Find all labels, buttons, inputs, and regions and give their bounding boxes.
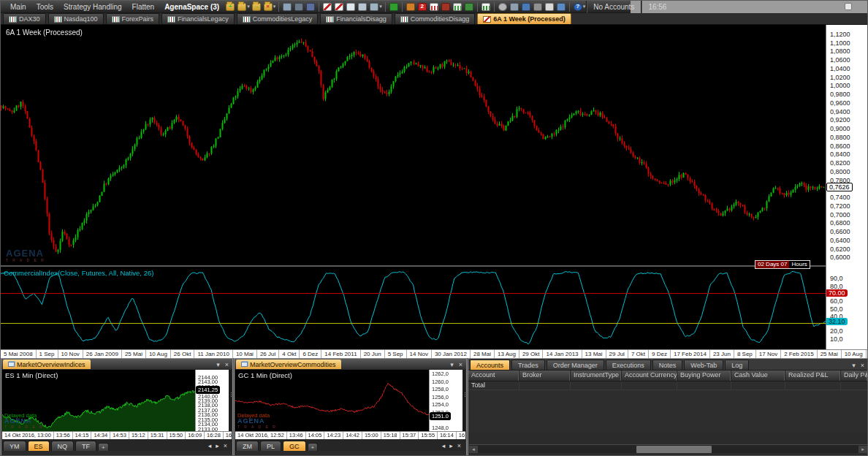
collapse-icon[interactable]: ▾: [216, 361, 220, 368]
depth-icon[interactable]: [441, 3, 450, 11]
column-header-buying-power[interactable]: Buying Power: [677, 370, 731, 381]
columns-icon[interactable]: [430, 3, 438, 11]
panel-icon[interactable]: [283, 3, 292, 11]
tab-executions[interactable]: Executions: [606, 360, 651, 370]
instrument-tab-pl[interactable]: PL: [260, 441, 281, 451]
help-icon[interactable]: ?: [574, 3, 582, 11]
menu-agenaspace[interactable]: AgenaSpace (3): [159, 3, 224, 11]
column-header-daily-p-l[interactable]: Daily P&L: [841, 370, 868, 381]
horizontal-scrollbar[interactable]: ◂ ▸: [469, 444, 867, 453]
column-header-instrumenttype[interactable]: InstrumentType: [571, 370, 622, 381]
collapse-icon[interactable]: ▾: [852, 362, 856, 369]
chart-grid-icon[interactable]: [370, 3, 378, 11]
workspace-tab-financialslegacy[interactable]: FinancialsLegacy: [161, 13, 235, 24]
bars-icon[interactable]: [453, 3, 462, 11]
workspace-new-icon[interactable]: +: [226, 3, 235, 11]
instrument-tab-zm[interactable]: ZM: [236, 441, 259, 451]
splitter-handle[interactable]: ⋮: [229, 370, 232, 431]
chart-copy-icon[interactable]: [358, 3, 367, 11]
menu-tools[interactable]: Tools: [31, 3, 58, 11]
workspace-save-icon[interactable]: →: [252, 3, 261, 11]
date-axis[interactable]: 5 Mai 20081 Sep10 Nov26 Jan 200925 Mai10…: [1, 349, 868, 358]
settings-icon[interactable]: [498, 3, 507, 11]
add-tab-button[interactable]: +: [308, 443, 319, 451]
analyzer-icon[interactable]: [306, 3, 315, 11]
gc-chart[interactable]: GC 1 Min (Direct) Delayed data AGENA T R…: [235, 370, 433, 431]
column-header-broker[interactable]: Broker: [519, 370, 571, 381]
column-header-realized-p-l[interactable]: Realized P&L: [785, 370, 841, 381]
scrollbar-thumb[interactable]: [636, 446, 712, 453]
chart-page-icon[interactable]: [346, 3, 355, 11]
collapse-icon[interactable]: ▾: [450, 361, 454, 368]
menu-main[interactable]: Main: [5, 3, 31, 11]
workspace-tab-nasdaq100[interactable]: Nasdaq100: [48, 13, 104, 24]
dropdown-caret-icon[interactable]: ▾: [379, 4, 382, 10]
workspace-delete-icon[interactable]: ×: [264, 3, 273, 11]
alerts-icon[interactable]: 2: [418, 3, 427, 11]
new-chart-icon[interactable]: [323, 3, 332, 11]
dropdown-caret-icon[interactable]: ▾: [273, 4, 276, 10]
workspace-tab-commoditiesdisagg[interactable]: CommoditiesDisagg: [395, 13, 476, 24]
chart-red-icon[interactable]: [335, 3, 343, 11]
dropdown-caret-icon[interactable]: ▾: [247, 4, 250, 10]
user-icon[interactable]: [522, 3, 530, 11]
nav-next-icon[interactable]: ▸: [449, 442, 453, 449]
commercial-index-chart[interactable]: [1, 267, 826, 349]
tab-notes[interactable]: Notes: [652, 360, 683, 370]
orders-icon[interactable]: [406, 3, 415, 11]
candlestick-chart[interactable]: [1, 25, 826, 265]
tab-log[interactable]: Log: [725, 360, 749, 370]
tab-order-manager[interactable]: Order Manager: [547, 360, 604, 370]
table-row[interactable]: Total: [468, 381, 868, 390]
workspace-open-icon[interactable]: [237, 3, 246, 11]
column-header-account[interactable]: Account: [468, 370, 519, 381]
dropdown-caret-icon[interactable]: ▾: [583, 4, 586, 10]
workspace-tab-6a-1-week-processed[interactable]: 6A 1 Week (Processed): [477, 13, 571, 24]
window-button[interactable]: [845, 3, 852, 10]
link-icon[interactable]: [389, 3, 398, 11]
tab-web-tab[interactable]: Web-Tab: [684, 360, 723, 370]
workspace-tab-financialsdisagg[interactable]: FinancialsDisagg: [320, 13, 392, 24]
scroll-right-icon[interactable]: ▸: [859, 446, 867, 453]
scroll-left-icon[interactable]: ◂: [469, 446, 478, 453]
delayed-data-label: Delayed data: [4, 412, 37, 419]
nav-close-icon[interactable]: ×: [224, 442, 227, 449]
workspace-tab-commoditieslegacy[interactable]: CommoditiesLegacy: [237, 13, 319, 24]
tools-icon[interactable]: [533, 3, 542, 11]
splitter-handle[interactable]: ⋮: [462, 370, 465, 431]
instrument-tab-nq[interactable]: NQ: [51, 441, 75, 451]
close-icon[interactable]: ×: [459, 361, 462, 368]
instrument-tab-es[interactable]: ES: [28, 441, 50, 451]
menu-flatten[interactable]: Flatten: [127, 3, 160, 11]
instrument-tab-tf[interactable]: TF: [75, 441, 96, 451]
users-icon[interactable]: [557, 3, 566, 11]
basket-icon[interactable]: [465, 3, 473, 11]
tab-trades[interactable]: Trades: [511, 360, 545, 370]
tab-label: CommoditiesDisagg: [411, 15, 470, 23]
close-icon[interactable]: ×: [861, 362, 864, 369]
notes-icon[interactable]: [545, 3, 554, 11]
price-axis[interactable]: 1,12001,10001,08001,06001,04001,02001,00…: [826, 25, 868, 349]
instrument-tab-gc[interactable]: GC: [283, 441, 306, 451]
ranking-icon[interactable]: [481, 3, 490, 11]
workspace-tab-dax30[interactable]: DAX30: [3, 13, 46, 24]
window-tab-marketoverviewcommodities[interactable]: MarketOverviewCommodities: [236, 360, 341, 369]
indicator-tick: 60,0: [830, 297, 843, 305]
instrument-tab-ym[interactable]: YM: [3, 441, 26, 451]
workspace-tab-forexpairs[interactable]: ForexPairs: [106, 13, 160, 24]
nav-prev-icon[interactable]: ◂: [208, 442, 212, 449]
add-tab-button[interactable]: +: [98, 443, 109, 451]
nav-next-icon[interactable]: ▸: [216, 442, 219, 449]
window-tab-marketoverviewindices[interactable]: MarketOverviewIndices: [3, 360, 91, 369]
screener-icon[interactable]: [294, 3, 303, 11]
connection-icon[interactable]: [510, 3, 519, 11]
es-chart[interactable]: ES 1 Min (Direct) Delayed data AGENA T R…: [2, 370, 199, 431]
tab-accounts[interactable]: Accounts: [470, 360, 510, 370]
nav-prev-icon[interactable]: ◂: [442, 442, 446, 449]
column-header-cash-value[interactable]: Cash Value: [731, 370, 785, 381]
nav-close-icon[interactable]: ×: [457, 442, 461, 449]
column-header-account-currency[interactable]: Account Currency: [622, 370, 677, 381]
menu-strategy-handling[interactable]: Strategy Handling: [58, 3, 127, 11]
tab-label: CommoditiesLegacy: [253, 15, 313, 23]
close-icon[interactable]: ×: [225, 361, 229, 368]
